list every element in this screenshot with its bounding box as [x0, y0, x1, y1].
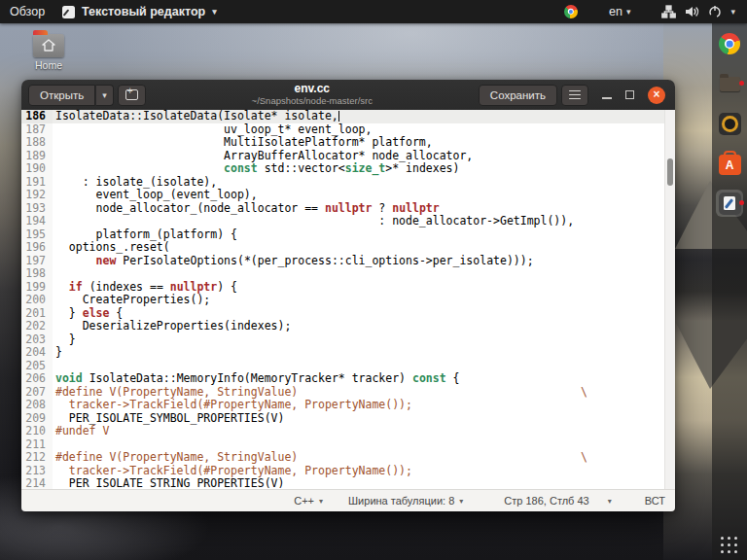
line-number: 198 — [21, 267, 53, 281]
chevron-down-icon: ▾ — [608, 497, 612, 506]
code-line[interactable]: 213 tracker->TrackField(#PropertyName, P… — [21, 465, 675, 478]
tab-width-selector[interactable]: Ширина табуляции: 8 ▾ — [348, 495, 463, 507]
line-number: 200 — [21, 294, 53, 307]
line-number: 202 — [21, 320, 53, 333]
dock-item-chrome[interactable] — [716, 30, 743, 57]
network-icon[interactable] — [661, 5, 676, 18]
line-number: 209 — [21, 412, 53, 426]
code-line[interactable]: 192 event_loop_(event_loop), — [21, 189, 675, 202]
keyboard-layout-label: en — [609, 5, 622, 18]
gedit-icon — [719, 192, 741, 215]
code-line[interactable]: 186IsolateData::IsolateData(Isolate* iso… — [21, 110, 675, 123]
code-line[interactable]: 206void IsolateData::MemoryInfo(MemoryTr… — [21, 372, 675, 386]
app-menu[interactable]: Текстовый редактор ▾ — [62, 5, 217, 18]
line-number: 213 — [21, 465, 53, 478]
minimize-button[interactable] — [602, 97, 612, 99]
camera-lens-icon — [719, 113, 741, 135]
tab-width-label: Ширина табуляции: 8 — [348, 495, 454, 507]
code-line[interactable]: 202 DeserializeProperties(indexes); — [21, 320, 675, 333]
code-line[interactable]: 208 tracker->TrackField(#PropertyName, P… — [21, 399, 675, 412]
hamburger-icon — [569, 90, 581, 100]
code-line[interactable]: 200 CreateProperties(); — [21, 294, 675, 307]
code-line[interactable]: 189 ArrayBufferAllocator* node_allocator… — [21, 150, 675, 163]
open-dropdown-button[interactable]: ▾ — [95, 85, 114, 106]
app-menu-label: Текстовый редактор — [82, 5, 205, 18]
code-line[interactable]: 193 node_allocator_(node_allocator == nu… — [21, 202, 675, 216]
save-button[interactable]: Сохранить — [479, 85, 557, 106]
code-line[interactable]: 209 PER_ISOLATE_SYMBOL_PROPERTIES(V) — [21, 412, 675, 426]
open-button[interactable]: Открыть — [28, 85, 95, 106]
menu-button[interactable] — [561, 85, 588, 106]
maximize-button[interactable] — [625, 90, 634, 99]
show-applications-button[interactable] — [721, 537, 738, 554]
code-line[interactable]: 199 if (indexes == nullptr) { — [21, 281, 675, 295]
line-number: 204 — [21, 346, 53, 360]
keyboard-layout-indicator[interactable]: en ▾ — [609, 5, 630, 18]
desktop-icon-home[interactable]: Home — [29, 30, 68, 71]
code-line[interactable]: 190 const std::vector<size_t>* indexes) — [21, 162, 675, 176]
language-selector[interactable]: C++ ▾ — [294, 495, 323, 507]
line-number: 191 — [21, 176, 53, 190]
home-icon-label: Home — [29, 59, 68, 71]
cursor-position-label: Стр 186, Стлб 43 — [504, 495, 588, 507]
line-number: 186 — [21, 110, 53, 123]
line-number: 192 — [21, 189, 53, 202]
dock: A — [712, 23, 747, 560]
files-icon — [720, 77, 740, 91]
code-lines: 186IsolateData::IsolateData(Isolate* iso… — [21, 110, 675, 489]
activities-button[interactable]: Обзор — [10, 5, 45, 18]
code-line[interactable]: 196 options_.reset( — [21, 241, 675, 255]
chevron-down-icon: ▾ — [102, 90, 107, 100]
dock-item-files[interactable] — [716, 70, 743, 97]
dock-item-camera-app[interactable] — [716, 110, 743, 137]
line-number: 208 — [21, 399, 53, 412]
top-panel: Обзор Текстовый редактор ▾ en ▾ ▾ — [0, 0, 747, 23]
language-label: C++ — [294, 495, 314, 507]
power-icon[interactable] — [708, 5, 722, 18]
line-number: 194 — [21, 215, 53, 228]
chrome-icon — [719, 33, 740, 54]
line-number: 193 — [21, 202, 53, 216]
line-number: 203 — [21, 333, 53, 347]
close-button[interactable]: × — [648, 87, 665, 104]
code-line[interactable]: 211 — [21, 438, 675, 452]
code-line[interactable]: 203 } — [21, 333, 675, 347]
dock-item-text-editor[interactable] — [716, 190, 743, 217]
new-document-button[interactable] — [118, 85, 146, 106]
code-line[interactable]: 187 uv_loop_t* event_loop, — [21, 123, 675, 137]
notification-badge — [739, 81, 744, 86]
line-number: 214 — [21, 477, 53, 489]
line-number: 207 — [21, 386, 53, 400]
headerbar: Открыть ▾ env.cc ~/Snapshots/node-master… — [21, 80, 675, 110]
code-line[interactable]: 210#undef V — [21, 425, 675, 438]
chrome-tray-icon[interactable] — [564, 5, 578, 18]
scrollbar-thumb[interactable] — [667, 158, 673, 186]
code-line[interactable]: 204} — [21, 346, 675, 360]
status-bar: C++ ▾ Ширина табуляции: 8 ▾ Стр 186, Стл… — [21, 489, 675, 511]
code-line[interactable]: 188 MultiIsolatePlatform* platform, — [21, 136, 675, 150]
code-line[interactable]: 195 platform_(platform) { — [21, 228, 675, 242]
volume-icon[interactable] — [685, 5, 699, 18]
dock-item-ubuntu-software[interactable]: A — [716, 150, 743, 177]
code-line[interactable]: 194 : node_allocator->GetImpl()), — [21, 215, 675, 228]
code-line[interactable]: 197 new PerIsolateOptions(*(per_process:… — [21, 255, 675, 268]
gedit-window: Открыть ▾ env.cc ~/Snapshots/node-master… — [21, 80, 675, 511]
chevron-down-icon[interactable]: ▾ — [730, 7, 735, 17]
text-cursor — [338, 111, 339, 122]
code-line[interactable]: 191 : isolate_(isolate), — [21, 176, 675, 190]
code-line[interactable]: 205 — [21, 360, 675, 373]
text-area[interactable]: 186IsolateData::IsolateData(Isolate* iso… — [21, 110, 675, 489]
insert-mode-indicator: ВСТ — [645, 495, 665, 507]
code-line[interactable]: 214 PER_ISOLATE_STRING_PROPERTIES(V) — [21, 477, 675, 489]
line-number: 190 — [21, 162, 53, 176]
vertical-scrollbar[interactable] — [664, 110, 675, 489]
code-line[interactable]: 207#define V(PropertyName, StringValue) … — [21, 386, 675, 400]
code-line[interactable]: 198 — [21, 267, 675, 281]
line-number: 188 — [21, 136, 53, 150]
code-line[interactable]: 201 } else { — [21, 307, 675, 321]
chevron-down-icon: ▾ — [212, 7, 217, 17]
cursor-position-selector[interactable]: Стр 186, Стлб 43 ▾ — [504, 495, 611, 507]
chevron-down-icon: ▾ — [319, 497, 323, 506]
code-line[interactable]: 212#define V(PropertyName, StringValue) … — [21, 451, 675, 465]
line-number: 201 — [21, 307, 53, 321]
